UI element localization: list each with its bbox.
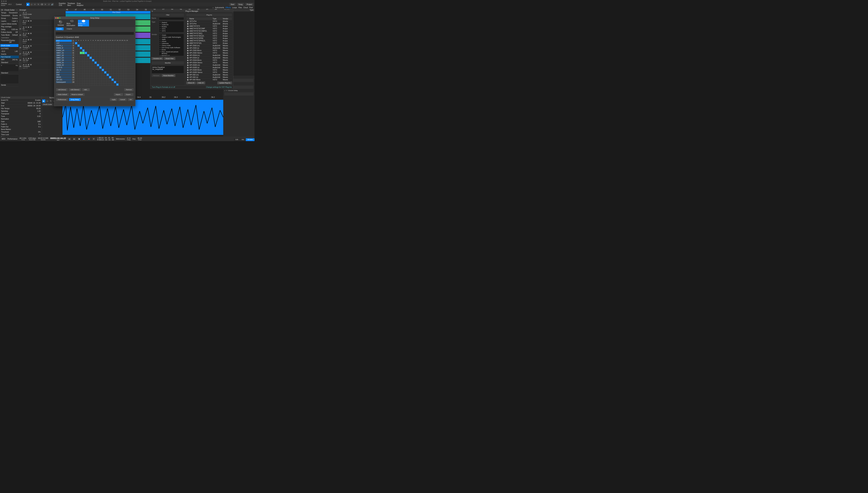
mute-button[interactable]: M — [23, 26, 25, 28]
io-matrix-cell[interactable] — [97, 81, 99, 83]
io-matrix-cell[interactable] — [80, 42, 82, 44]
io-matrix-cell[interactable] — [104, 66, 107, 69]
end-value[interactable]: 00056 .04 .04.99 — [28, 105, 41, 107]
plugin-row[interactable]: ▦API-560 (s)AudioUnitWaves — [186, 76, 232, 79]
io-matrix-cell[interactable] — [82, 83, 85, 86]
mute-button[interactable]: M — [23, 45, 25, 47]
plugin-row[interactable]: ▦API-550B StereoVST3Waves — [186, 71, 232, 74]
io-matrix-cell[interactable] — [92, 52, 94, 54]
io-matrix-cell[interactable] — [94, 71, 97, 73]
io-matrix-cell[interactable] — [89, 59, 92, 61]
io-matrix-cell[interactable] — [94, 49, 97, 51]
name-filter-input[interactable] — [159, 17, 184, 20]
io-matrix-cell[interactable] — [82, 76, 85, 78]
io-matrix-cell[interactable] — [82, 44, 85, 47]
io-matrix-cell[interactable] — [107, 59, 109, 61]
io-matrix-cell[interactable] — [89, 81, 92, 83]
io-matrix-cell[interactable] — [109, 79, 111, 81]
io-matrix-cell[interactable] — [89, 79, 92, 81]
io-matrix-cell[interactable] — [87, 59, 89, 61]
io-matrix-cell[interactable] — [89, 44, 92, 47]
subtab-inputs[interactable]: Inputs — [56, 27, 64, 30]
io-matrix-cell[interactable] — [99, 42, 101, 44]
io-matrix-cell[interactable] — [82, 64, 85, 66]
io-matrix-cell[interactable] — [85, 62, 87, 64]
io-matrix-cell[interactable] — [97, 71, 99, 73]
plugin-row[interactable]: ▦API-2500 StereoVST3Waves — [186, 52, 232, 54]
solo-button[interactable]: S — [25, 58, 27, 59]
io-matrix-cell[interactable] — [87, 42, 89, 44]
io-matrix-cell[interactable] — [82, 74, 85, 76]
io-matrix-cell[interactable] — [82, 71, 85, 73]
io-matrix-cell[interactable] — [85, 76, 87, 78]
pan-value[interactable]: L40 — [15, 50, 18, 52]
io-matrix-cell[interactable] — [126, 71, 128, 73]
io-channel-row[interactable]: U872 — [56, 42, 75, 44]
update-plugins-button[interactable]: Update Plug-Ins — [218, 82, 232, 84]
mute-button[interactable]: M — [23, 64, 25, 65]
inserts-label[interactable]: Inserts — [1, 53, 6, 55]
io-matrix-cell[interactable] — [116, 71, 119, 73]
io-matrix-cell[interactable] — [99, 74, 101, 76]
io-matrix-cell[interactable] — [111, 59, 114, 61]
io-matrix-cell[interactable] — [101, 57, 104, 59]
io-matrix-cell[interactable] — [77, 83, 80, 86]
io-matrix-cell[interactable] — [82, 69, 85, 71]
io-matrix-cell[interactable]: M — [80, 47, 82, 49]
io-matrix-cell[interactable] — [107, 42, 109, 44]
io-matrix-cell[interactable] — [89, 47, 92, 49]
io-matrix-cell[interactable] — [85, 71, 87, 73]
io-matrix-cell[interactable] — [94, 83, 97, 86]
io-matrix-cell[interactable] — [85, 49, 87, 51]
fastfwd-button[interactable]: ⏭ — [73, 137, 76, 140]
io-matrix-cell[interactable] — [109, 71, 111, 73]
io-matrix-cell[interactable] — [101, 81, 104, 83]
main-time[interactable]: 00053.02.04.22 — [50, 137, 66, 140]
sort-type[interactable]: Type — [250, 9, 253, 11]
io-matrix-cell[interactable] — [85, 47, 87, 49]
io-matrix-cell[interactable] — [116, 57, 119, 59]
io-matrix-cell[interactable] — [92, 69, 94, 71]
io-matrix-cell[interactable] — [80, 59, 82, 61]
io-matrix-cell[interactable] — [107, 79, 109, 81]
io-matrix-cell[interactable] — [109, 57, 111, 59]
parameter-toggle[interactable]: Parameter — [1, 40, 9, 43]
io-matrix-cell[interactable] — [121, 52, 123, 54]
io-matrix-cell[interactable] — [109, 74, 111, 76]
record-arm-button[interactable]: ⏺ — [27, 51, 29, 53]
io-matrix-cell[interactable] — [126, 59, 128, 61]
io-matrix-cell[interactable] — [126, 81, 128, 83]
tab-home-icon[interactable]: ⌂ — [213, 7, 214, 8]
view-mix[interactable]: Mix — [240, 138, 246, 141]
io-matrix-cell[interactable] — [94, 74, 97, 76]
plugin-row[interactable]: ▦1973-PreAudioUnitArturia — [186, 23, 232, 25]
io-matrix-cell[interactable]: M — [111, 79, 114, 81]
enable-label[interactable]: Enable — [35, 99, 41, 101]
io-matrix-cell[interactable] — [75, 64, 77, 66]
io-channel-row[interactable]: KM84_LR5 — [56, 49, 75, 52]
io-matrix-cell[interactable] — [85, 74, 87, 76]
io-matrix-cell[interactable] — [119, 62, 121, 64]
monitor-button[interactable]: ◉ — [30, 26, 32, 28]
plugin-row[interactable]: ▦API-550B MonoVST3Waves — [186, 69, 232, 71]
io-matrix-cell[interactable] — [107, 52, 109, 54]
io-matrix-cell[interactable] — [77, 76, 80, 78]
io-matrix-cell[interactable] — [116, 49, 119, 51]
io-matrix-cell[interactable] — [87, 76, 89, 78]
vendor-filter-item[interactable]: Celemony — [159, 42, 183, 44]
io-matrix-cell[interactable] — [109, 64, 111, 66]
io-matrix-cell[interactable] — [121, 66, 123, 69]
io-matrix-cell[interactable] — [121, 71, 123, 73]
solo-button[interactable]: S — [25, 39, 27, 41]
io-matrix-cell[interactable] — [80, 79, 82, 81]
io-matrix-cell[interactable] — [114, 71, 116, 73]
io-matrix-cell[interactable] — [111, 66, 114, 69]
io-matrix-cell[interactable] — [101, 74, 104, 76]
inspector-row[interactable]: Tune ModeDefault — [0, 34, 19, 37]
io-channel-row[interactable]: Subsequent18 — [56, 81, 75, 83]
io-matrix-cell[interactable] — [82, 66, 85, 69]
io-matrix-cell[interactable] — [75, 69, 77, 71]
io-matrix-cell[interactable] — [104, 49, 107, 51]
io-matrix-cell[interactable] — [92, 64, 94, 66]
plugin-row[interactable]: ▦API-550A MonoVST3Waves — [186, 59, 232, 62]
